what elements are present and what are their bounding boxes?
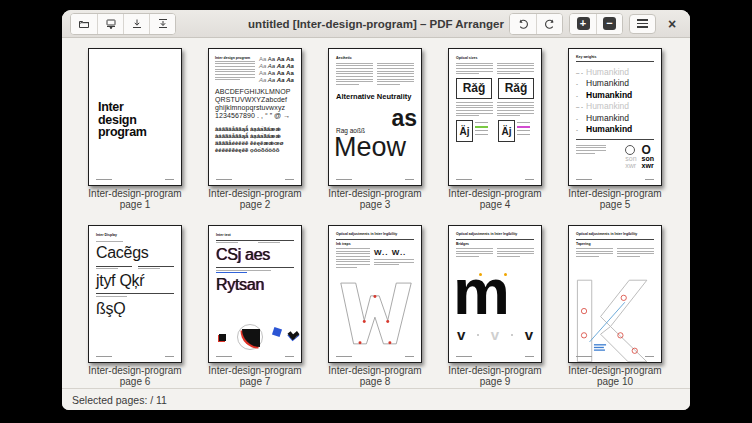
save-icon [105,18,117,30]
main-menu-button[interactable] [629,14,656,34]
text-placeholder [497,102,534,118]
text-placeholder [96,241,140,242]
page-thumbnail-8[interactable]: Optical adjustments in Inter legibility … [328,225,422,363]
file-button-group [70,13,176,35]
optical-size-samples: Rǎǧ Rǎǧ [449,76,541,99]
text-placeholder [336,248,370,270]
undo-button[interactable] [510,14,536,34]
page10-heading: Optical adjustments in Inter legibility [576,232,654,237]
page-caption: Inter-design-programpage 7 [208,366,302,387]
aa-weight-grid: Aa Aa Aa Aa Aa Aa Aa Aa Aa Aa Aa Aa Aa A… [259,56,294,84]
page-footer [456,179,534,180]
page-caption: Inter-design-programpage 9 [448,366,542,387]
text-placeholder [336,63,373,87]
text-placeholder [374,259,414,265]
page3-big-as: as [391,107,417,129]
page-cell-1: Inter design program Inter-design-progra… [88,48,182,211]
page-thumbnail-1[interactable]: Inter design program [88,48,182,186]
annotation-green [475,120,492,142]
page-footer [336,179,414,180]
page-thumbnail-9[interactable]: Optical adjustments in Inter legibility … [448,225,542,363]
page-thumbnail-10[interactable]: Optical adjustments in Inter legibility … [568,225,662,363]
glyph-detail-shapes [215,322,297,352]
text-placeholder [456,63,493,76]
page5-heading: Key weights [576,55,654,60]
page-cell-4: Optical sizes Rǎǧ Rǎǧ Äj [448,48,542,211]
page-caption: Inter-design-programpage 4 [448,189,542,210]
save-button[interactable] [97,14,123,34]
zoom-out-icon: − [603,17,616,30]
redo-button[interactable] [536,14,562,34]
small-size-samples: Äj Äj [449,118,541,142]
page-footer [216,356,294,357]
page-caption: Inter-design-programpage 5 [568,189,662,210]
page-cell-7: Inter text CSj aes Rytsan [208,225,302,388]
text-placeholder [576,248,613,259]
page-cell-6: Inter Display Cacẽgs jtyf Qķŕ ßşǪ Inter-… [88,225,182,388]
page-footer [96,179,174,180]
page8-w-samples: W.. W.. [374,248,414,257]
page-thumbnail-5[interactable]: Key weights – -Humankind -Humankind -Hum… [568,48,662,186]
annotation-magenta [517,120,534,142]
text-placeholder [497,248,534,259]
page-cell-2: Inter design program Aa Aa Aa Aa Aa Aa A… [208,48,302,211]
text-placeholder [96,296,146,297]
page3-headline: Alternative Neutrality [329,87,421,101]
v-shape-comparison: v v v [457,328,533,342]
page7-specimen-2: Rytsan [209,275,301,294]
page6-heading: Inter Display [96,233,174,238]
statusbar: Selected pages: / 11 [62,388,690,410]
text-placeholder [138,268,174,269]
close-button[interactable]: × [662,16,682,32]
import-icon [131,18,143,30]
text-placeholder [617,248,654,259]
round-shapes-specimen: sonxwr O sonxwr [569,142,661,169]
page-caption: Inter-design-programpage 1 [88,189,182,210]
text-placeholder [497,63,534,76]
text-placeholder [576,145,606,169]
page7-specimen-1: CSj aes [209,245,301,264]
titlebar: untitled [Inter-design-program] – PDF Ar… [62,10,690,38]
open-button[interactable] [71,14,97,34]
page-thumbnail-6[interactable]: Inter Display Cacẽgs jtyf Qķŕ ßşǪ [88,225,182,363]
page6-specimen-3: ßşǪ [89,299,181,318]
text-placeholder [216,242,252,245]
folder-open-icon [78,18,90,30]
page-thumbnail-4[interactable]: Optical sizes Rǎǧ Rǎǧ Äj [448,48,542,186]
pdf-arranger-window: untitled [Inter-design-program] – PDF Ar… [62,10,690,410]
page8-heading: Optical adjustments in Inter legibility [336,232,414,237]
import-button[interactable] [123,14,149,34]
export-icon [157,18,169,30]
m-glyph-diagram: m [453,270,508,324]
zoom-button-group: + − [569,13,623,35]
export-button[interactable] [149,14,175,34]
page-cell-5: Key weights – -Humankind -Humankind -Hum… [568,48,662,211]
weight-specimen: – -Humankind -Humankind -Humankind – -Hu… [569,64,661,136]
accents-specimen: àáâãäåāăąǻ ȧạảấầẩæǽ àáâãäåāăąǻ ȧạảấầẩæǽ … [209,120,301,154]
page-caption: Inter-design-programpage 2 [208,189,302,210]
toolbar-left [70,13,176,35]
zoom-out-button[interactable]: − [596,14,622,34]
page-thumbnail-3[interactable]: Aesthetic Alternative Neutrality Rag aoß… [328,48,422,186]
redo-icon [544,18,556,30]
page-thumbnail-2[interactable]: Inter design program Aa Aa Aa Aa Aa Aa A… [208,48,302,186]
screen: untitled [Inter-design-program] – PDF Ar… [0,0,752,423]
page7-heading: Inter text [216,233,294,238]
page-thumbnail-7[interactable]: Inter text CSj aes Rytsan [208,225,302,363]
hamburger-menu-icon [637,19,648,28]
undo-icon [517,18,529,30]
zoom-in-button[interactable]: + [570,14,596,34]
circle-outline [625,145,635,155]
page1-title: Inter design program [98,101,147,139]
page-footer [336,356,414,357]
page-footer [576,356,654,357]
page-cell-8: Optical adjustments in Inter legibility … [328,225,422,388]
page-grid: Inter design program Inter-design-progra… [62,38,690,388]
text-placeholder [456,248,493,259]
toolbar-right: + − × [509,13,682,35]
page-footer [456,356,534,357]
text-placeholder [215,61,255,81]
text-placeholder [258,242,294,245]
history-button-group [509,13,563,35]
page-cell-3: Aesthetic Alternative Neutrality Rag aoß… [328,48,422,211]
